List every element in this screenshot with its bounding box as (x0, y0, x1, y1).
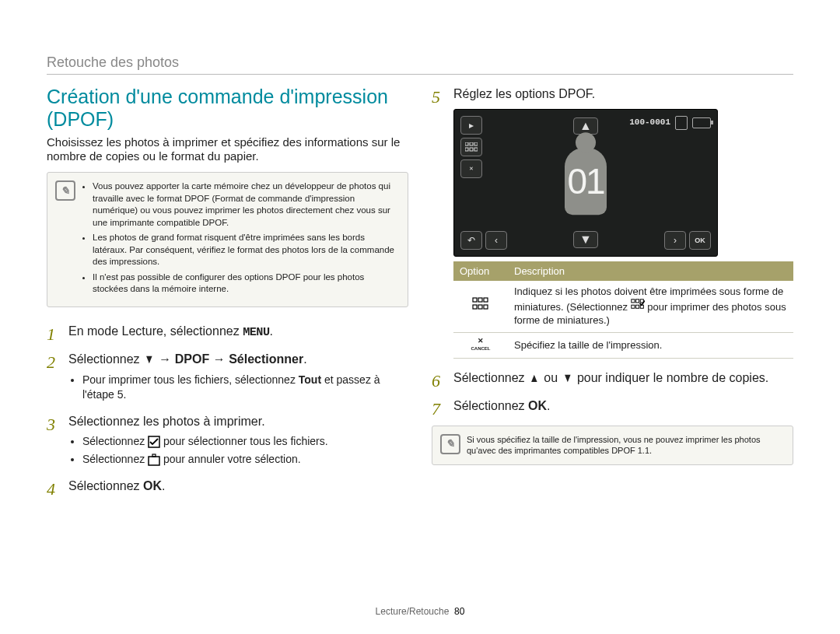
note-bullet: Vous pouvez apporter la carte mémoire ch… (93, 180, 398, 229)
step-7: Sélectionnez OK. (432, 398, 793, 415)
svg-rect-2 (152, 454, 156, 457)
step-text: En mode Lecture, sélectionnez (68, 324, 243, 338)
ok-icon: OK (528, 398, 547, 415)
substep-text: Pour imprimer tous les fichiers, sélecti… (82, 373, 299, 386)
substep: Sélectionnez pour annuler votre sélectio… (82, 452, 408, 467)
options-table: Option Description Indiquez si les photo… (453, 261, 793, 359)
step-text: pour indiquer le nombre de copies. (573, 371, 768, 384)
svg-rect-8 (474, 148, 478, 151)
substep-text: Sélectionnez (82, 453, 148, 465)
select-all-icon (148, 436, 160, 448)
table-row: ✕CANCEL Spécifiez la taille de l'impress… (453, 332, 793, 359)
option-desc: Spécifiez la taille de l'impression. (508, 332, 793, 359)
footer-page-number: 80 (454, 606, 464, 617)
step-3: Sélectionnez les photos à imprimer. Séle… (47, 413, 408, 467)
substep-text: pour annuler votre sélection. (160, 453, 301, 465)
left-column: Création d'une commande d'impression (DP… (47, 86, 408, 506)
th-option: Option (453, 261, 508, 282)
svg-rect-4 (470, 142, 473, 145)
step-bold: Sélectionner (229, 352, 303, 366)
step-text: ou (541, 371, 562, 384)
svg-rect-19 (635, 305, 639, 308)
step-text: Sélectionnez (68, 479, 143, 492)
back-button[interactable]: ↶ (460, 231, 482, 250)
table-row: Indiquez si les photos doivent être impr… (453, 281, 793, 332)
steps-list-right: Réglez les options DPOF. ▸ ✕ 100-0001 ▲ (432, 86, 793, 415)
note-text: Si vous spécifiez la taille de l'impress… (467, 435, 761, 456)
svg-rect-16 (635, 299, 639, 303)
warning-note: ✎ Si vous spécifiez la taille de l'impre… (432, 426, 793, 466)
thumbnail-icon (460, 138, 482, 156)
substep: Pour imprimer tous les fichiers, sélecti… (82, 373, 408, 402)
cancel-icon: ✕ (460, 159, 482, 178)
svg-rect-11 (484, 298, 488, 302)
step-text: . (162, 479, 165, 492)
step-text: Sélectionnez (68, 352, 143, 366)
header-divider (47, 74, 793, 75)
next-button[interactable]: › (664, 231, 686, 250)
camera-top-right: 100-0001 (629, 116, 711, 130)
step-4: Sélectionnez OK. (47, 478, 408, 495)
step-text: . (270, 324, 273, 338)
note-icon: ✎ (55, 180, 75, 201)
grid-check-icon (631, 299, 645, 310)
step-text: → (156, 352, 175, 366)
step-2: Sélectionnez ▼ → DPOF → Sélectionner. Po… (47, 351, 408, 401)
play-mode-icon: ▸ (460, 116, 482, 135)
svg-rect-6 (465, 148, 468, 151)
step-text: . (547, 399, 550, 412)
option-desc: Indiquez si les photos doivent être impr… (508, 281, 793, 332)
substep-text: pour sélectionner tous les fichiers. (160, 435, 328, 447)
th-description: Description (508, 261, 793, 282)
svg-rect-9 (473, 298, 477, 302)
down-button[interactable]: ▼ (573, 231, 598, 248)
svg-rect-15 (631, 299, 634, 303)
note-bullet: Il n'est pas possible de configurer des … (93, 271, 398, 296)
camera-preview: ▸ ✕ 100-0001 ▲ 01 ▼ (453, 109, 718, 257)
svg-rect-18 (631, 305, 634, 308)
ok-icon: OK (143, 478, 162, 495)
intro-text: Choisissez les photos à imprimer et spéc… (47, 135, 408, 165)
right-column: Réglez les options DPOF. ▸ ✕ 100-0001 ▲ (432, 86, 793, 506)
svg-rect-10 (478, 298, 482, 302)
prev-button[interactable]: ‹ (485, 231, 507, 250)
step-text: Sélectionnez (453, 371, 528, 384)
svg-rect-14 (484, 305, 488, 309)
svg-rect-12 (473, 305, 477, 309)
svg-rect-1 (149, 457, 159, 465)
step-5: Réglez les options DPOF. ▸ ✕ 100-0001 ▲ (432, 86, 793, 359)
battery-icon (692, 117, 711, 128)
sd-card-icon (675, 116, 688, 130)
svg-rect-3 (465, 142, 468, 145)
step-text: . (303, 352, 306, 366)
info-note: ✎ Vous pouvez apporter la carte mémoire … (47, 172, 408, 307)
step-1: En mode Lecture, sélectionnez MENU. (47, 323, 408, 341)
page-header: Retouche des photos (47, 54, 793, 71)
file-number: 100-0001 (629, 117, 670, 128)
note-icon: ✎ (440, 434, 460, 454)
chevron-up-icon: ▲ (530, 370, 540, 387)
steps-list-left: En mode Lecture, sélectionnez MENU. Séle… (47, 323, 408, 495)
size-cancel-icon: ✕CANCEL (471, 338, 491, 352)
deselect-icon (148, 454, 160, 466)
menu-icon: MENU (243, 324, 269, 341)
copy-count: 01 (567, 157, 604, 205)
step-6: Sélectionnez ▲ ou ▼ pour indiquer le nom… (432, 370, 793, 387)
section-title: Création d'une commande d'impression (DP… (47, 86, 408, 131)
page-footer: Lecture/Retouche 80 (0, 606, 840, 617)
step-text: → (209, 352, 229, 366)
ok-button[interactable]: OK (689, 231, 711, 250)
step-text: Sélectionnez les photos à imprimer. (68, 415, 265, 428)
chevron-down-icon: ▼ (562, 370, 572, 387)
substep-bold: Tout (299, 373, 321, 386)
step-bold: DPOF (175, 352, 209, 366)
footer-section: Lecture/Retouche (376, 606, 450, 617)
step-text: Sélectionnez (453, 399, 528, 412)
svg-rect-13 (478, 305, 482, 309)
svg-rect-5 (474, 142, 478, 145)
substep-text: Sélectionnez (82, 435, 148, 447)
svg-rect-7 (470, 148, 473, 151)
substep: Sélectionnez pour sélectionner tous les … (82, 434, 408, 449)
step-text: Réglez les options DPOF. (453, 87, 595, 100)
note-bullet: Les photos de grand format risquent d'êt… (93, 232, 398, 268)
